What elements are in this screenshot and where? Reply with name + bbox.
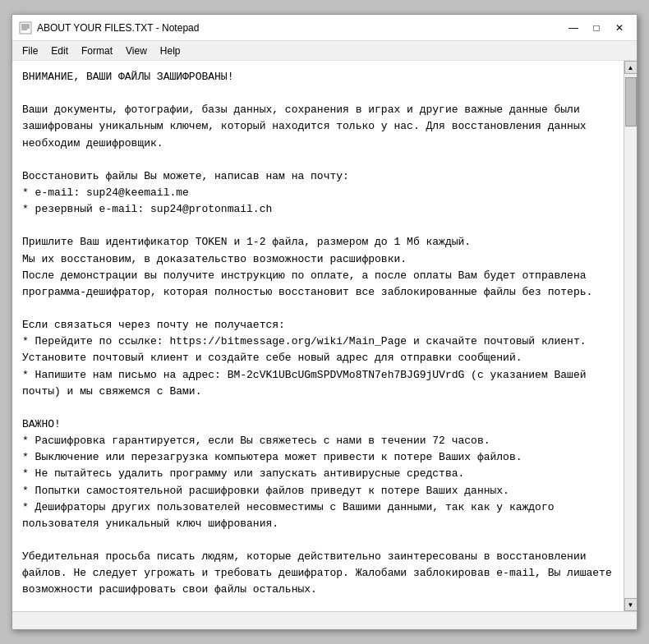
minimize-button[interactable]: — <box>563 20 584 36</box>
window-title: ABOUT YOUR FILES.TXT - Notepad <box>37 22 563 34</box>
scrollbar-thumb[interactable] <box>625 77 637 126</box>
app-icon <box>19 21 32 34</box>
text-editor[interactable]: ВНИМАНИЕ, ВАШИ ФАЙЛЫ ЗАШИФРОВАНЫ! Ваши д… <box>12 61 624 611</box>
content-area: ВНИМАНИЕ, ВАШИ ФАЙЛЫ ЗАШИФРОВАНЫ! Ваши д… <box>12 61 637 611</box>
menu-format[interactable]: Format <box>75 44 119 58</box>
vertical-scrollbar: ▲ ▼ <box>624 61 637 611</box>
menu-bar: File Edit Format View Help <box>12 41 637 61</box>
menu-view[interactable]: View <box>119 44 154 58</box>
menu-file[interactable]: File <box>16 44 44 58</box>
window-controls: — □ ✕ <box>563 20 630 36</box>
status-bar <box>12 611 637 629</box>
scroll-up-button[interactable]: ▲ <box>624 61 637 74</box>
menu-help[interactable]: Help <box>154 44 187 58</box>
scroll-down-button[interactable]: ▼ <box>624 598 637 611</box>
close-button[interactable]: ✕ <box>609 20 630 36</box>
title-bar: ABOUT YOUR FILES.TXT - Notepad — □ ✕ <box>12 15 637 41</box>
scrollbar-track[interactable] <box>624 74 637 598</box>
notepad-window: ABOUT YOUR FILES.TXT - Notepad — □ ✕ Fil… <box>12 14 637 630</box>
menu-edit[interactable]: Edit <box>44 44 75 58</box>
maximize-button[interactable]: □ <box>586 20 607 36</box>
